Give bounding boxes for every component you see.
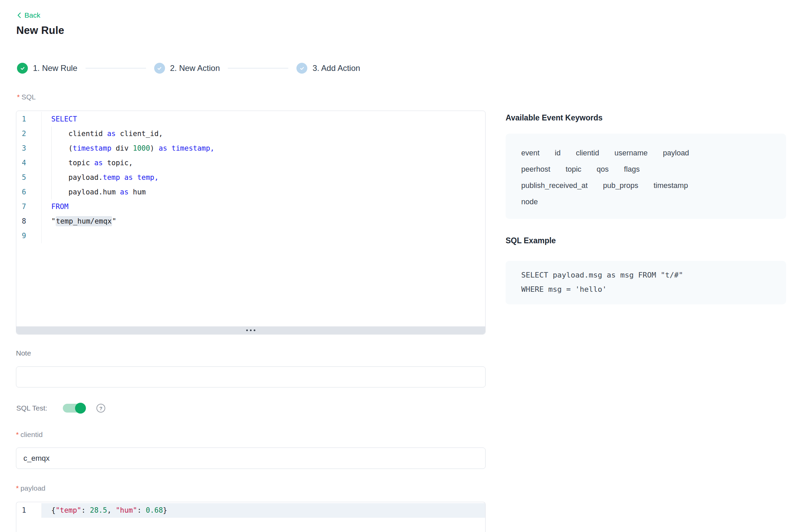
- code-text: (timestamp div 1000) as timestamp,: [42, 141, 485, 156]
- line-number: 1: [16, 503, 42, 518]
- step-label: 2. New Action: [170, 63, 220, 73]
- line-number: 4: [16, 156, 42, 170]
- clientid-field-label: *clientid: [16, 431, 43, 439]
- keyword-row: eventidclientidusernamepayload: [521, 145, 770, 161]
- code-text: "temp_hum/emqx": [42, 214, 485, 229]
- keyword-item: timestamp: [654, 177, 688, 194]
- payload-editor[interactable]: 1{"temp": 28.5, "hum": 0.68}: [16, 502, 486, 532]
- stepper: 1. New Rule 2. New Action 3. Add Action: [17, 62, 360, 74]
- line-number: 1: [16, 112, 42, 127]
- required-asterisk: *: [16, 431, 19, 438]
- line-number: 2: [16, 127, 42, 141]
- code-text: [42, 229, 485, 243]
- step-label: 3. Add Action: [312, 63, 360, 73]
- check-circle-icon: [154, 63, 165, 74]
- code-line: 2 clientid as client_id,: [16, 127, 485, 141]
- payload-field-label: *payload: [16, 484, 46, 492]
- code-line: 1SELECT: [16, 112, 485, 127]
- code-line: 1{"temp": 28.5, "hum": 0.68}: [16, 503, 485, 518]
- required-asterisk: *: [16, 484, 19, 492]
- step-new-action[interactable]: 2. New Action: [154, 63, 220, 74]
- note-field-label: Note: [16, 349, 31, 357]
- code-line: 8"temp_hum/emqx": [16, 214, 485, 229]
- resize-dot: [246, 329, 248, 331]
- example-code-line: WHERE msg = 'hello': [521, 282, 770, 297]
- sql-editor-content[interactable]: 1SELECT2 clientid as client_id,3 (timest…: [16, 111, 485, 326]
- clientid-input[interactable]: [16, 448, 486, 469]
- code-text: FROM: [42, 200, 485, 214]
- keyword-item: id: [555, 145, 561, 161]
- back-label: Back: [24, 11, 40, 19]
- example-code-line: SELECT payload.msg as msg FROM "t/#": [521, 268, 770, 282]
- code-text: payload.hum as hum: [42, 185, 485, 200]
- line-number: 6: [16, 185, 42, 200]
- step-new-rule[interactable]: 1. New Rule: [17, 63, 77, 74]
- help-icon[interactable]: ?: [96, 404, 105, 413]
- code-text: SELECT: [42, 112, 485, 127]
- page-title: New Rule: [16, 24, 64, 37]
- keyword-item: peerhost: [521, 161, 550, 177]
- code-line: 3 (timestamp div 1000) as timestamp,: [16, 141, 485, 156]
- sql-test-label: SQL Test:: [16, 404, 47, 412]
- code-line: 5 payload.temp as temp,: [16, 170, 485, 185]
- resize-dot: [250, 329, 252, 331]
- code-line: 4 topic as topic,: [16, 156, 485, 170]
- line-number: 5: [16, 170, 42, 185]
- resize-dot: [254, 329, 255, 331]
- clientid-label-text: clientid: [20, 431, 42, 438]
- note-input[interactable]: [16, 366, 486, 387]
- sql-label-text: SQL: [21, 93, 36, 101]
- back-link[interactable]: Back: [17, 11, 40, 19]
- code-text: payload.temp as temp,: [42, 170, 485, 185]
- sql-editor[interactable]: 1SELECT2 clientid as client_id,3 (timest…: [16, 111, 486, 335]
- line-number: 8: [16, 214, 42, 229]
- keyword-item: username: [614, 145, 648, 161]
- code-line: 7FROM: [16, 200, 485, 214]
- toggle-knob: [75, 403, 86, 414]
- keyword-item: qos: [597, 161, 608, 177]
- sql-example-panel: SELECT payload.msg as msg FROM "t/#"WHER…: [506, 261, 786, 304]
- keywords-panel: eventidclientidusernamepayloadpeerhostto…: [506, 134, 786, 219]
- keyword-item: publish_received_at: [521, 177, 588, 194]
- code-text: topic as topic,: [42, 156, 485, 170]
- check-circle-icon: [17, 63, 28, 74]
- keyword-item: payload: [663, 145, 689, 161]
- keyword-item: flags: [624, 161, 640, 177]
- line-number: 3: [16, 141, 42, 156]
- sql-field-label: *SQL: [17, 93, 36, 101]
- code-text: clientid as client_id,: [42, 127, 485, 141]
- keyword-item: event: [521, 145, 540, 161]
- code-line: 9: [16, 229, 485, 243]
- step-connector: [86, 68, 146, 69]
- chevron-left-icon: [17, 12, 21, 19]
- code-line: 6 payload.hum as hum: [16, 185, 485, 200]
- new-rule-page: Back New Rule 1. New Rule 2. New Action …: [0, 0, 800, 532]
- step-label: 1. New Rule: [33, 63, 77, 73]
- check-circle-icon: [296, 63, 307, 74]
- editor-resize-handle[interactable]: [16, 326, 485, 334]
- sql-test-toggle[interactable]: [63, 404, 85, 413]
- line-number: 9: [16, 229, 42, 243]
- line-number: 7: [16, 200, 42, 214]
- keyword-row: publish_received_atpub_propstimestamp: [521, 177, 770, 194]
- step-add-action[interactable]: 3. Add Action: [296, 63, 360, 74]
- code-text: {"temp": 28.5, "hum": 0.68}: [42, 503, 485, 518]
- sql-example-title: SQL Example: [506, 236, 556, 245]
- keyword-item: node: [521, 194, 538, 210]
- keyword-row: node: [521, 194, 770, 210]
- payload-editor-content[interactable]: 1{"temp": 28.5, "hum": 0.68}: [16, 502, 485, 518]
- keyword-row: peerhosttopicqosflags: [521, 161, 770, 177]
- payload-label-text: payload: [20, 484, 46, 492]
- keywords-title: Available Event Keywords: [506, 113, 602, 122]
- keyword-item: clientid: [576, 145, 599, 161]
- step-connector: [228, 68, 288, 69]
- keyword-item: topic: [566, 161, 581, 177]
- sql-test-row: SQL Test: ?: [16, 403, 105, 413]
- required-asterisk: *: [17, 93, 20, 101]
- keyword-item: pub_props: [603, 177, 638, 194]
